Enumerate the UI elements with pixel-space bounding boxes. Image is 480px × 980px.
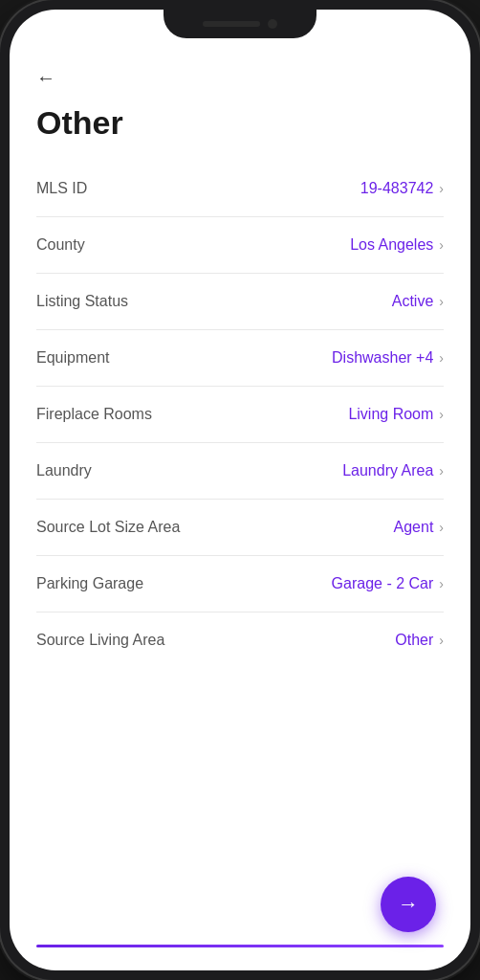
row-value-group-listing-status: Active › [392, 293, 444, 310]
chevron-icon-fireplace-rooms: › [439, 407, 444, 422]
row-value-mls-id: 19-483742 [360, 180, 434, 197]
row-value-group-equipment: Dishwasher +4 › [332, 349, 444, 367]
next-arrow-icon: → [398, 892, 419, 917]
list-row-source-living-area[interactable]: Source Living Area Other › [36, 612, 444, 658]
back-button[interactable]: ← [36, 67, 444, 89]
list-row-source-lot-size-area[interactable]: Source Lot Size Area Agent › [36, 500, 444, 556]
row-value-group-mls-id: 19-483742 › [360, 180, 444, 197]
chevron-icon-source-living-area: › [439, 633, 444, 648]
bottom-accent-bar [36, 945, 444, 947]
row-label-listing-status: Listing Status [36, 293, 128, 310]
phone-frame: ← Other MLS ID 19-483742 › County Los An… [0, 0, 480, 980]
list-row-fireplace-rooms[interactable]: Fireplace Rooms Living Room › [36, 387, 444, 443]
chevron-icon-listing-status: › [439, 294, 444, 309]
page-title: Other [10, 97, 470, 161]
row-label-source-living-area: Source Living Area [36, 632, 164, 649]
chevron-icon-mls-id: › [439, 181, 444, 196]
list-row-laundry[interactable]: Laundry Laundry Area › [36, 443, 444, 500]
chevron-icon-county: › [439, 237, 444, 253]
phone-screen: ← Other MLS ID 19-483742 › County Los An… [10, 10, 470, 970]
chevron-icon-equipment: › [439, 350, 444, 366]
row-label-equipment: Equipment [36, 349, 110, 367]
row-label-source-lot-size-area: Source Lot Size Area [36, 519, 180, 536]
list-row-county[interactable]: County Los Angeles › [36, 217, 444, 274]
row-value-group-laundry: Laundry Area › [342, 462, 444, 479]
back-row: ← [10, 52, 470, 97]
back-arrow-icon: ← [36, 67, 55, 89]
list-section: MLS ID 19-483742 › County Los Angeles › … [10, 161, 470, 658]
row-value-group-fireplace-rooms: Living Room › [348, 406, 444, 423]
row-label-mls-id: MLS ID [36, 180, 87, 197]
row-value-county: Los Angeles [350, 236, 433, 254]
row-value-equipment: Dishwasher +4 [332, 349, 433, 367]
chevron-icon-laundry: › [439, 463, 444, 479]
list-row-equipment[interactable]: Equipment Dishwasher +4 › [36, 330, 444, 387]
list-row-mls-id[interactable]: MLS ID 19-483742 › [36, 161, 444, 217]
row-label-fireplace-rooms: Fireplace Rooms [36, 406, 152, 423]
row-value-laundry: Laundry Area [342, 462, 433, 479]
row-value-group-county: Los Angeles › [350, 236, 444, 254]
row-value-group-source-living-area: Other › [395, 632, 444, 649]
row-value-source-living-area: Other [395, 632, 433, 649]
chevron-icon-source-lot-size-area: › [439, 520, 444, 535]
row-label-parking-garage: Parking Garage [36, 575, 143, 592]
list-row-parking-garage[interactable]: Parking Garage Garage - 2 Car › [36, 556, 444, 612]
next-fab-button[interactable]: → [381, 877, 436, 932]
chevron-icon-parking-garage: › [439, 576, 444, 591]
row-value-fireplace-rooms: Living Room [348, 406, 433, 423]
row-value-source-lot-size-area: Agent [394, 519, 434, 536]
row-value-listing-status: Active [392, 293, 434, 310]
row-value-group-source-lot-size-area: Agent › [394, 519, 444, 536]
notch-speaker [203, 21, 260, 27]
row-value-parking-garage: Garage - 2 Car [332, 575, 434, 592]
row-label-county: County [36, 236, 85, 254]
row-label-laundry: Laundry [36, 462, 92, 479]
notch [164, 10, 316, 38]
notch-camera [268, 19, 277, 29]
list-row-listing-status[interactable]: Listing Status Active › [36, 274, 444, 330]
row-value-group-parking-garage: Garage - 2 Car › [332, 575, 444, 592]
